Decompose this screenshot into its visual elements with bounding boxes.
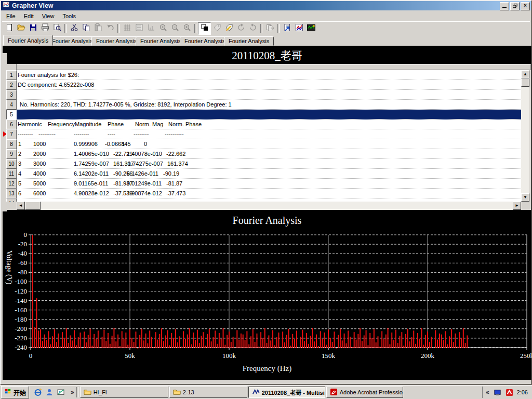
table-row-12[interactable]: 12550009.01165e-011-81.9379.01249e-011-8… xyxy=(6,179,521,189)
row-number[interactable]: 3 xyxy=(6,90,17,100)
horizontal-scroll-thumb[interactable] xyxy=(25,202,41,210)
tray-blue-icon[interactable] xyxy=(493,388,502,397)
row-cells[interactable]: ----------------------------------------… xyxy=(17,129,521,139)
print-button[interactable] xyxy=(39,23,51,34)
row-cells[interactable]: HarmonicFrequencyMagnitudePhaseNorm. Mag… xyxy=(17,119,521,129)
row-number[interactable]: 1 xyxy=(6,70,17,80)
outlook-icon[interactable] xyxy=(56,388,65,397)
overlay-pages-button[interactable] xyxy=(247,23,259,34)
table-row-8[interactable]: 8110000.999906-0.06684510 xyxy=(6,139,521,149)
row-cells[interactable]: No. Harmonics: 220, THD: 1.74277e-005 %,… xyxy=(17,100,521,110)
cursor-tag-button[interactable] xyxy=(211,23,223,34)
view-chart-button[interactable] xyxy=(293,23,305,34)
table-cell: 1.40065e-010 xyxy=(74,151,109,157)
export-pages-button[interactable] xyxy=(264,23,276,34)
messenger-icon[interactable] xyxy=(45,388,54,397)
table-row-7[interactable]: 7---------------------------------------… xyxy=(6,129,521,139)
avira-icon[interactable] xyxy=(505,388,514,397)
cut-button[interactable] xyxy=(68,23,80,34)
taskbar-task-3[interactable]: 20110208_老哥 - Multisi... xyxy=(248,387,325,398)
black-white-button[interactable] xyxy=(198,22,211,35)
export-excel-button[interactable] xyxy=(281,23,293,34)
scroll-left-button[interactable]: ◄ xyxy=(17,202,25,210)
menu-tools[interactable]: Tools xyxy=(58,12,80,20)
zoom-in-button[interactable] xyxy=(157,23,169,34)
vertical-scroll-thumb[interactable] xyxy=(521,78,529,87)
row-number[interactable]: 9 xyxy=(6,149,17,159)
legend-button[interactable] xyxy=(133,23,145,34)
scroll-right-button[interactable]: ► xyxy=(513,202,521,210)
export-pages-icon xyxy=(266,23,274,34)
row-cells[interactable]: 330001.74259e-007161.3071.74275e-007161.… xyxy=(17,159,521,169)
row-number[interactable]: 6 xyxy=(6,119,17,129)
table-horizontal-scrollbar[interactable]: ◄ ► xyxy=(17,202,521,210)
titlebar[interactable]: Grapher View × xyxy=(1,1,531,10)
tray-chevron[interactable]: « xyxy=(485,389,490,396)
scroll-down-button[interactable]: ▼ xyxy=(521,193,529,202)
scroll-up-button[interactable]: ▲ xyxy=(521,70,529,78)
taskbar-task-1[interactable]: Hi_Fi xyxy=(80,387,168,398)
table-row-5[interactable]: 5 xyxy=(6,110,521,119)
table-row-2[interactable]: 2DC component: 4.65222e-008 xyxy=(6,80,521,90)
undo-button[interactable] xyxy=(104,23,116,34)
tab-fourier-analysis-2[interactable]: Fourier Analysis xyxy=(47,36,97,46)
tab-fourier-analysis-1[interactable]: Fourier Analysis xyxy=(3,35,53,46)
zoom-full-button[interactable] xyxy=(181,23,193,34)
table-row-9[interactable]: 9220001.40065e-010-22.7291.40078e-010-22… xyxy=(6,149,521,159)
tab-fourier-analysis-4[interactable]: Fourier Analysis xyxy=(136,36,185,46)
table-row-1[interactable]: 1Fourier analysis for $26: xyxy=(6,70,521,80)
row-number[interactable]: 8 xyxy=(6,139,17,149)
save-button[interactable] xyxy=(27,23,39,34)
open-scope-button[interactable] xyxy=(305,23,317,34)
minimize-button[interactable] xyxy=(500,2,509,10)
row-cells[interactable]: 660004.90828e-012-37.5394.90874e-012-37.… xyxy=(17,189,521,198)
row-number[interactable]: 4 xyxy=(6,100,17,110)
table-row-13[interactable]: 13660004.90828e-012-37.5394.90874e-012-3… xyxy=(6,189,521,198)
row-number[interactable]: 11 xyxy=(6,169,17,179)
edit-tag-button[interactable] xyxy=(223,23,235,34)
tab-fourier-analysis-6[interactable]: Fourier Analysis xyxy=(224,36,274,46)
axes-button[interactable] xyxy=(145,23,157,34)
row-number[interactable]: 12 xyxy=(6,179,17,189)
table-row-11[interactable]: 11440006.14202e-011-90.2566.1426e-011-90… xyxy=(6,169,521,179)
zoom-out-button[interactable] xyxy=(169,23,181,34)
row-number[interactable]: 5 xyxy=(6,110,17,119)
ie-icon[interactable] xyxy=(33,388,43,397)
copy-button[interactable] xyxy=(80,23,92,34)
tab-fourier-analysis-3[interactable]: Fourier Analysis xyxy=(91,36,141,46)
row-cells[interactable]: 550009.01165e-011-81.9379.01249e-011-81.… xyxy=(17,179,521,189)
menu-view[interactable]: View xyxy=(38,12,59,20)
tab-fourier-analysis-5[interactable]: Fourier Analysis xyxy=(180,36,230,46)
row-cells[interactable]: DC component: 4.65222e-008 xyxy=(17,80,521,90)
row-cells[interactable]: 220001.40065e-010-22.7291.40078e-010-22.… xyxy=(17,149,521,159)
quick-launch-overflow-chevron[interactable]: » xyxy=(70,389,75,396)
menu-edit[interactable]: Edit xyxy=(20,12,38,20)
row-number[interactable]: 14 xyxy=(6,198,17,202)
table-vertical-scrollbar[interactable]: ▲ ▼ xyxy=(521,70,529,202)
row-number[interactable]: 13 xyxy=(6,189,17,198)
grid-button[interactable] xyxy=(121,23,133,34)
paste-button[interactable] xyxy=(92,23,104,34)
table-row-10[interactable]: 10330001.74259e-007161.3071.74275e-00716… xyxy=(6,159,521,169)
row-cells[interactable] xyxy=(17,90,521,100)
print-preview-button[interactable] xyxy=(51,23,63,34)
close-button[interactable]: × xyxy=(521,2,530,10)
menu-file[interactable]: File xyxy=(2,12,20,20)
restore-button[interactable] xyxy=(510,2,520,10)
row-number[interactable]: 10 xyxy=(6,159,17,169)
row-cells[interactable]: 110000.999906-0.06684510 xyxy=(17,139,521,149)
table-row-4[interactable]: 4No. Harmonics: 220, THD: 1.74277e-005 %… xyxy=(6,100,521,110)
row-number[interactable]: 7 xyxy=(6,129,17,139)
new-button[interactable] xyxy=(3,23,15,34)
taskbar-task-2[interactable]: 2-13 xyxy=(169,387,247,398)
row-number[interactable]: 2 xyxy=(6,80,17,90)
taskbar-task-4[interactable]: Adobe Acrobat Professio... xyxy=(326,387,403,398)
overlay-traces-button[interactable] xyxy=(235,23,247,34)
selected-row-cells[interactable] xyxy=(17,110,521,119)
open-button[interactable] xyxy=(15,23,27,34)
row-cells[interactable]: 440006.14202e-011-90.2566.1426e-011-90.1… xyxy=(17,169,521,179)
row-cells[interactable]: Fourier analysis for $26: xyxy=(17,70,521,80)
table-row-6[interactable]: 6HarmonicFrequencyMagnitudePhaseNorm. Ma… xyxy=(6,119,521,129)
start-button[interactable]: 开始 xyxy=(1,386,29,398)
table-row-3[interactable]: 3 xyxy=(6,90,521,100)
